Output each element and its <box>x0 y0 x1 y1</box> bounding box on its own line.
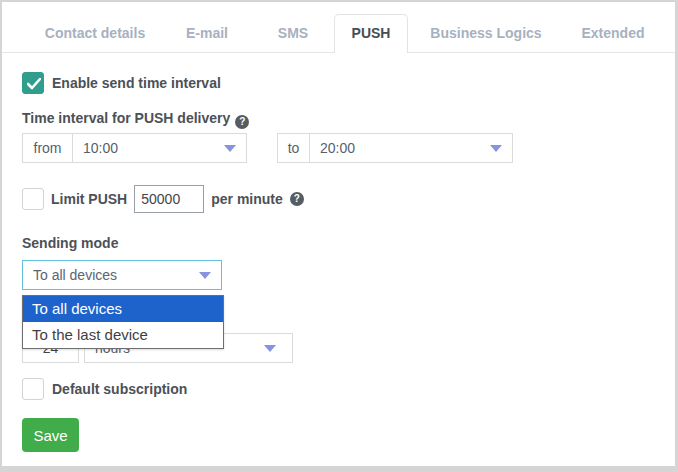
enable-interval-label: Enable send time interval <box>52 75 221 91</box>
settings-window: Contact details E-mail SMS PUSH Business… <box>0 0 678 472</box>
enable-interval-row: Enable send time interval <box>22 72 221 94</box>
per-minute-label: per minute <box>211 191 283 207</box>
help-icon[interactable]: ? <box>235 115 249 129</box>
from-time-value: 10:00 <box>73 134 246 162</box>
help-icon[interactable]: ? <box>290 192 304 206</box>
limit-push-checkbox[interactable] <box>22 188 44 210</box>
tab-sms[interactable]: SMS <box>258 14 328 52</box>
tab-extended[interactable]: Extended <box>570 14 656 52</box>
chevron-down-icon <box>490 145 502 152</box>
default-subscription-label: Default subscription <box>52 381 187 397</box>
limit-push-input[interactable] <box>134 185 204 213</box>
tab-business-logics[interactable]: Business Logics <box>430 14 542 52</box>
chevron-down-icon <box>224 145 236 152</box>
tab-push[interactable]: PUSH <box>334 14 408 53</box>
to-time-value: 20:00 <box>310 134 512 162</box>
push-settings-panel: Contact details E-mail SMS PUSH Business… <box>2 2 675 466</box>
limit-push-label: Limit PUSH <box>51 191 127 207</box>
sending-mode-label: Sending mode <box>22 235 118 251</box>
save-button[interactable]: Save <box>22 418 79 452</box>
time-interval-label: Time interval for PUSH delivery <box>22 110 230 126</box>
to-label: to <box>278 134 310 162</box>
from-label: from <box>23 134 73 162</box>
to-time-select[interactable]: to 20:00 <box>277 133 513 163</box>
limit-push-row: Limit PUSH per minute ? <box>22 185 304 213</box>
check-icon <box>27 78 41 90</box>
time-interval-heading: Time interval for PUSH delivery? <box>22 109 249 129</box>
tab-email[interactable]: E-mail <box>172 14 242 52</box>
sending-mode-dropdown: To all devices To the last device <box>22 295 224 349</box>
default-subscription-row: Default subscription <box>22 378 187 400</box>
dropdown-option-to-all-devices[interactable]: To all devices <box>23 296 223 322</box>
sending-mode-value: To all devices <box>33 267 117 283</box>
tab-contact-details[interactable]: Contact details <box>40 14 150 52</box>
sending-mode-select[interactable]: To all devices <box>22 260 222 290</box>
chevron-down-icon <box>264 345 276 352</box>
dropdown-option-to-the-last-device[interactable]: To the last device <box>23 322 223 348</box>
from-time-select[interactable]: from 10:00 <box>22 133 247 163</box>
default-subscription-checkbox[interactable] <box>22 378 44 400</box>
chevron-down-icon <box>199 272 211 279</box>
enable-interval-checkbox[interactable] <box>22 72 44 94</box>
